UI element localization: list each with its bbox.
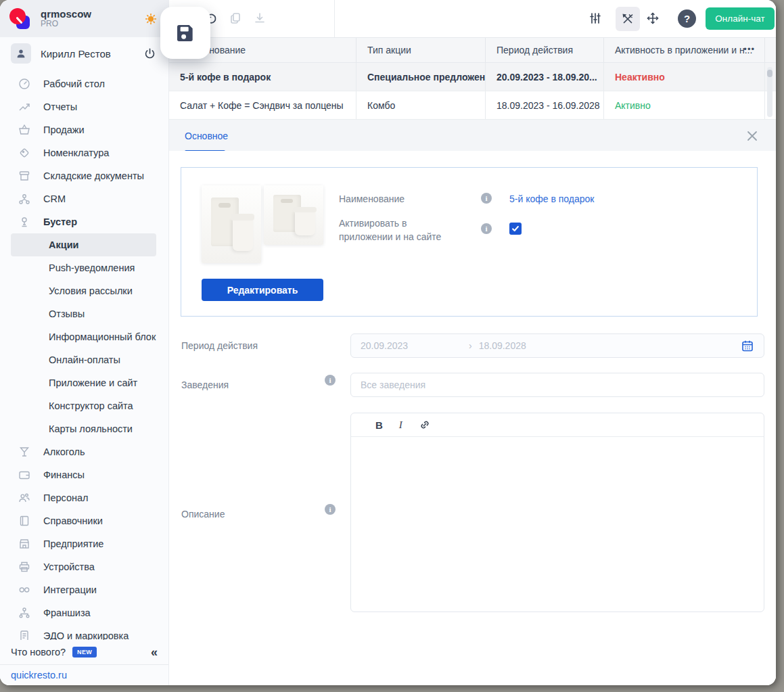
tab-main[interactable]: Основное bbox=[185, 120, 228, 152]
sidebar-item-site-builder[interactable]: Конструктор сайта bbox=[0, 394, 168, 417]
activate-checkbox[interactable] bbox=[509, 223, 522, 235]
copy-icon[interactable] bbox=[229, 11, 242, 25]
description-editor-area[interactable] bbox=[351, 437, 764, 612]
sales-basket-icon bbox=[18, 123, 31, 137]
table-row[interactable]: Салат + Кофе = Сэндвич за полцены Комбо … bbox=[169, 91, 776, 120]
toolbar-divider bbox=[334, 0, 335, 37]
column-activity[interactable]: Активность в приложении и н... ••• bbox=[604, 38, 765, 62]
online-chat-button[interactable]: Онлайн-чат bbox=[706, 7, 775, 30]
column-period[interactable]: Период действия bbox=[486, 38, 604, 62]
table-header: Наименование Тип акции Период действия А… bbox=[169, 37, 776, 63]
activate-info-icon[interactable]: i bbox=[481, 223, 492, 234]
venues-label: Заведения bbox=[181, 379, 229, 390]
sidebar-item-directories[interactable]: Справочники bbox=[0, 509, 168, 532]
period-label: Период действия bbox=[181, 340, 258, 351]
sidebar-item-mailing-conditions[interactable]: Условия рассылки bbox=[0, 279, 168, 302]
columns-more-button[interactable]: ••• bbox=[743, 44, 755, 54]
sidebar-item-integrations[interactable]: Интеграции bbox=[0, 578, 168, 601]
collapse-sidebar-icon[interactable]: « bbox=[151, 646, 158, 658]
staff-people-icon bbox=[18, 491, 31, 505]
sidebar-item-reviews[interactable]: Отзывы bbox=[0, 302, 168, 325]
name-label: Наименование bbox=[339, 193, 405, 204]
edit-button[interactable]: Редактировать bbox=[202, 279, 323, 301]
sidebar-item-promotions[interactable]: Акции bbox=[11, 233, 156, 256]
scrollbar-thumb[interactable] bbox=[767, 70, 773, 77]
link-button[interactable] bbox=[419, 419, 431, 431]
period-range-input[interactable]: 20.09.2023 › 18.09.2028 bbox=[350, 333, 764, 358]
tools-mode-button[interactable] bbox=[616, 7, 640, 31]
sidebar-item-sales[interactable]: Продажи bbox=[0, 118, 168, 141]
sidebar-item-devices[interactable]: Устройства bbox=[0, 555, 168, 578]
table-row[interactable]: 5-й кофе в подарок Специальное предложен… bbox=[169, 63, 776, 91]
franchise-hierarchy-icon bbox=[18, 606, 31, 620]
calendar-icon[interactable] bbox=[741, 339, 754, 352]
sidebar-item-dashboard[interactable]: Рабочий стол bbox=[0, 72, 168, 95]
reports-icon bbox=[18, 100, 31, 114]
promo-info-card: Наименование i 5-й кофе в подарок Активи… bbox=[181, 167, 758, 317]
sidebar-item-info-block[interactable]: Информационный блок bbox=[0, 325, 168, 348]
name-info-icon[interactable]: i bbox=[481, 193, 492, 204]
italic-button[interactable]: I bbox=[399, 419, 402, 431]
period-from-value: 20.09.2023 bbox=[361, 340, 462, 351]
download-icon[interactable] bbox=[253, 11, 267, 25]
user-name: Кирилл Рестов bbox=[41, 48, 111, 60]
sidebar-item-app-and-site[interactable]: Приложение и сайт bbox=[0, 371, 168, 394]
cell-type: Специальное предложен... bbox=[356, 63, 486, 91]
sidebar-item-booster[interactable]: Бустер bbox=[0, 210, 168, 233]
sidebar-item-online-payments[interactable]: Онлайн-оплаты bbox=[0, 348, 168, 371]
description-info-icon[interactable]: i bbox=[325, 504, 336, 515]
dashboard-icon bbox=[18, 77, 31, 91]
sidebar-item-crm[interactable]: CRM bbox=[0, 187, 168, 210]
cell-name: 5-й кофе в подарок bbox=[169, 63, 356, 91]
sidebar-item-loyalty-cards[interactable]: Карты лояльности bbox=[0, 417, 168, 440]
whats-new-link[interactable]: Что нового? NEW « bbox=[0, 640, 168, 664]
editor-toolbar: B I bbox=[351, 413, 764, 437]
close-panel-icon[interactable] bbox=[746, 130, 758, 142]
sidebar-item-finance[interactable]: Финансы bbox=[0, 463, 168, 486]
chevron-right-icon: › bbox=[469, 340, 472, 351]
table-scrollbar[interactable] bbox=[767, 67, 773, 117]
brand-bar: qrmoscow PRO bbox=[0, 0, 168, 37]
plan-badge: PRO bbox=[41, 20, 91, 29]
finance-wallet-icon bbox=[18, 468, 31, 482]
sidebar-nav: Рабочий стол Отчеты Продажи Номенклатура… bbox=[0, 70, 168, 647]
bold-button[interactable]: B bbox=[375, 419, 383, 431]
venues-input[interactable] bbox=[351, 373, 764, 396]
sidebar-footer: Что нового? NEW « quickresto.ru bbox=[0, 640, 168, 685]
sidebar-item-franchise[interactable]: Франшиза bbox=[0, 601, 168, 624]
promo-image-small bbox=[264, 185, 323, 245]
whats-new-label: Что нового? bbox=[11, 647, 66, 658]
filter-sliders-icon[interactable] bbox=[589, 11, 602, 25]
promo-image-large bbox=[202, 185, 261, 263]
venues-info-icon[interactable]: i bbox=[325, 375, 336, 386]
sidebar-item-alcohol[interactable]: Алкоголь bbox=[0, 440, 168, 463]
sidebar: qrmoscow PRO Кирилл Рестов Рабочи bbox=[0, 0, 169, 685]
column-type[interactable]: Тип акции bbox=[356, 38, 486, 62]
directories-book-icon bbox=[18, 514, 31, 528]
account-name: qrmoscow bbox=[41, 8, 91, 20]
activate-label: Активировать в приложении и на сайте bbox=[339, 216, 457, 244]
sidebar-item-nomenclature[interactable]: Номенклатура bbox=[0, 141, 168, 164]
sidebar-item-enterprise[interactable]: Предприятие bbox=[0, 532, 168, 555]
new-badge: NEW bbox=[72, 647, 97, 658]
status-badge: Неактивно bbox=[604, 63, 765, 91]
sidebar-item-push-notifications[interactable]: Push-уведомления bbox=[0, 256, 168, 279]
cell-name: Салат + Кофе = Сэндвич за полцены bbox=[169, 91, 356, 119]
venues-field-wrap bbox=[350, 373, 764, 397]
promotions-table: Наименование Тип акции Период действия А… bbox=[169, 37, 776, 120]
status-badge: Активно bbox=[604, 91, 765, 119]
save-button[interactable] bbox=[160, 7, 210, 59]
column-activity-label: Активность в приложении и н... bbox=[615, 45, 752, 55]
sidebar-item-warehouse[interactable]: Складские документы bbox=[0, 164, 168, 187]
cell-period: 18.09.2023 - 16.09.2028 bbox=[486, 91, 604, 119]
promo-name-value[interactable]: 5-й кофе в подарок bbox=[509, 193, 594, 204]
move-icon[interactable] bbox=[646, 11, 660, 25]
site-link[interactable]: quickresto.ru bbox=[0, 664, 168, 685]
logout-power-icon[interactable] bbox=[143, 47, 156, 60]
theme-sun-icon[interactable] bbox=[144, 12, 158, 26]
help-button[interactable]: ? bbox=[678, 9, 696, 28]
sidebar-item-staff[interactable]: Персонал bbox=[0, 486, 168, 509]
sidebar-item-reports[interactable]: Отчеты bbox=[0, 95, 168, 118]
description-label: Описание bbox=[181, 509, 225, 520]
devices-printer-icon bbox=[18, 560, 31, 574]
